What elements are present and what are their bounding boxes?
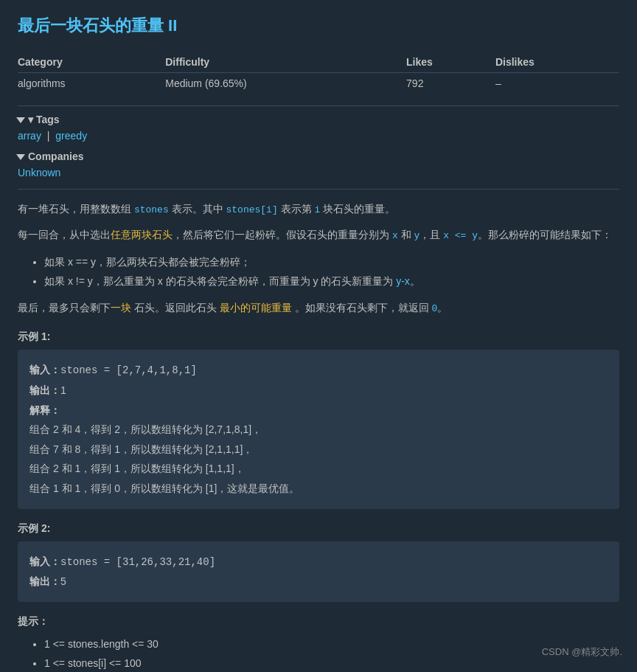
example2-output-value: 5 (60, 575, 66, 587)
hint-item-1: 1 <= stones.length <= 30 (44, 634, 619, 654)
example1-output-value: 1 (60, 384, 66, 396)
code-stones-i: stones[i] (226, 204, 277, 215)
example1-input-value: stones = [2,7,4,1,8,1] (60, 364, 197, 376)
example2-output-label: 输出： (29, 575, 60, 587)
tags-row: array | greedy (18, 130, 619, 142)
code-i: i (314, 204, 320, 215)
example1-line4: 组合 1 和 1，得到 0，所以数组转化为 [1]，这就是最优值。 (29, 482, 299, 494)
tags-triangle-icon (16, 117, 25, 123)
code-x-neq-y: x != y (68, 275, 93, 287)
code-x2: x (158, 275, 163, 287)
problem-para2: 每一回合，从中选出任意两块石头，然后将它们一起粉碎。假设石头的重量分别为 x 和… (18, 226, 619, 244)
example2-header: 示例 2: (18, 522, 619, 536)
code-x: x (392, 230, 398, 241)
hint2-code: 1 <= stones[i] <= 100 (44, 657, 142, 669)
hint-item-2: 1 <= stones[i] <= 100 (44, 654, 619, 672)
col-dislikes: Dislikes (495, 52, 619, 73)
example1-line2: 组合 7 和 8，得到 1，所以数组转化为 [2,1,1,1]， (29, 443, 253, 455)
bullet-list: 如果 x == y，那么两块石头都会被完全粉碎； 如果 x != y，那么重量为… (18, 252, 619, 291)
cell-category: algorithms (18, 73, 165, 94)
hints-header: 提示： (18, 615, 619, 628)
bullet-item-1: 如果 x == y，那么两块石头都会被完全粉碎； (44, 252, 619, 272)
code-x-le-y: x <= y (443, 230, 478, 241)
example2-input-label: 输入： (29, 555, 60, 567)
tags-section-header: ▾ Tags (18, 114, 619, 125)
col-difficulty: Difficulty (165, 52, 406, 73)
cell-likes: 792 (406, 73, 495, 94)
example2-box: 输入：stones = [31,26,33,21,40] 输出：5 (18, 541, 619, 602)
example1-input-label: 输入： (29, 364, 60, 375)
problem-para3: 最后，最多只会剩下一块 石头。返回此石头 最小的可能重量 。如果没有石头剩下，就… (18, 299, 619, 317)
companies-value: Unknown (18, 167, 619, 179)
code-zero: 0 (432, 303, 438, 314)
code-y: y (414, 230, 420, 241)
page-title: 最后一块石头的重量 II (18, 15, 619, 37)
highlight-any-two: 任意两块石头 (111, 229, 173, 240)
bullet-item-2: 如果 x != y，那么重量为 x 的石头将会完全粉碎，而重量为 y 的石头新重… (44, 271, 619, 291)
example1-output-label: 输出： (29, 384, 60, 396)
content-divider (18, 189, 619, 190)
col-category: Category (18, 52, 165, 73)
example2-input-value: stones = [31,26,33,21,40] (60, 556, 215, 568)
col-likes: Likes (406, 52, 495, 73)
code-y-x: y-x (396, 275, 410, 287)
example1-line1: 组合 2 和 4，得到 2，所以数组转化为 [2,7,1,8,1]， (29, 423, 262, 435)
cell-difficulty: Medium (69.65%) (165, 73, 406, 94)
example1-explain-label: 解释： (29, 404, 60, 416)
meta-table: Category Difficulty Likes Dislikes algor… (18, 52, 619, 94)
code-stones: stones (134, 204, 169, 215)
cell-dislikes: – (495, 73, 619, 94)
example1-header: 示例 1: (18, 330, 619, 344)
watermark: CSDN @精彩文帅. (542, 645, 622, 659)
code-y2: y (313, 275, 318, 287)
tag-greedy[interactable]: greedy (55, 130, 87, 142)
tags-label: ▾ Tags (28, 114, 60, 125)
example1-box: 输入：stones = [2,7,4,1,8,1] 输出：1 解释： 组合 2 … (18, 350, 619, 508)
meta-divider (18, 105, 619, 106)
problem-para1: 有一堆石头，用整数数组 stones 表示。其中 stones[i] 表示第 i… (18, 200, 619, 218)
highlight-min-weight: 最小的可能重量 (220, 302, 292, 314)
companies-section-header: Companies (18, 150, 619, 162)
companies-label: Companies (28, 150, 83, 162)
example1-line3: 组合 2 和 1，得到 1，所以数组转化为 [1,1,1]， (29, 463, 245, 474)
hints-list: 1 <= stones.length <= 30 1 <= stones[i] … (18, 634, 619, 672)
companies-triangle-icon (16, 154, 25, 160)
code-x-eq-y: x == y (68, 256, 96, 268)
hint1-code: 1 <= stones.length <= 30 (44, 638, 159, 650)
companies-unknown-link[interactable]: Unknown (18, 167, 60, 179)
tag-array[interactable]: array (18, 130, 41, 142)
tag-separator: | (47, 130, 53, 142)
highlight-one-stone: 一块 (111, 302, 131, 314)
